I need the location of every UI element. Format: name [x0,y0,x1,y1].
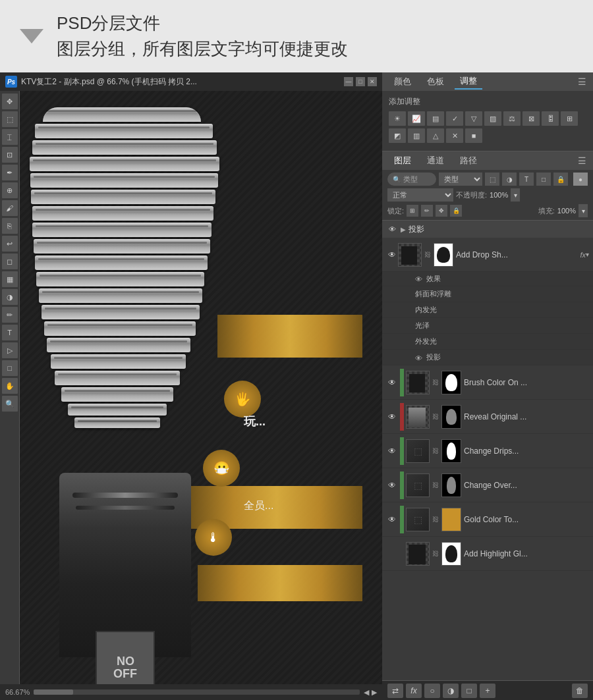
adj-hsl[interactable]: ▨ [484,111,501,126]
tool-brush[interactable]: 🖌 [2,200,18,216]
adj-exposure[interactable]: ✓ [446,111,463,126]
ps-side-tools: ✥ ⬚ ⌶ ⊡ ✒ ⊕ 🖌 ⎘ ↩ ◻ ▦ ◑ ✏ T ▷ □ ✋ 🔍 [0,91,20,684]
tool-dodge[interactable]: ◑ [2,289,18,305]
layer-add-drop-shadow[interactable]: 👁 ⛓ Add Drop Sh... fx ▾ [382,238,593,272]
layer-filter-shape[interactable]: □ [536,173,551,186]
effect-outer-glow[interactable]: 外发光 [382,334,593,350]
fill-value: 100% [557,207,576,215]
layer-vis-drips[interactable]: 👁 [386,445,398,457]
layer-change-drips[interactable]: 👁 ⬚ ⛓ Change Drips... [382,434,593,468]
tool-gradient[interactable]: ▦ [2,271,18,287]
tool-move[interactable]: ✥ [2,94,18,109]
tool-shape[interactable]: □ [2,360,18,376]
layer-filter-adjustment[interactable]: ◑ [502,173,517,186]
effect-drop-shadow-eye[interactable]: 👁 [415,352,422,363]
tool-history[interactable]: ↩ [2,236,18,252]
adj-invert[interactable]: ◩ [389,128,406,143]
adj-photo[interactable]: ⊠ [522,111,540,126]
adj-grid[interactable]: ⊞ [561,111,578,126]
layer-filter-type[interactable]: T [519,173,534,186]
tool-stamp[interactable]: ⎘ [2,218,18,234]
layer-search-box[interactable]: 🔍 类型 [387,173,436,186]
tab-swatches[interactable]: 色板 [422,74,449,89]
scroll-arrow-left[interactable]: ◀ [364,688,369,697]
layer-expand-add-drop[interactable]: ▾ [586,251,589,258]
lock-all-btn[interactable]: 🔒 [450,205,462,217]
adj-gradient-map[interactable]: ✕ [446,128,463,143]
tool-text[interactable]: T [2,325,18,340]
layer-vis-gold[interactable]: 👁 [386,514,398,525]
adj-balance[interactable]: ⚖ [503,111,521,126]
blend-mode-select[interactable]: 正常 [387,188,453,202]
layer-vis-reveal[interactable]: 👁 [386,411,398,423]
layer-filter-smartobj[interactable]: 🔒 [553,173,568,186]
opacity-dropdown[interactable]: ▾ [511,188,520,202]
new-adj-layer-btn[interactable]: ◑ [443,684,459,698]
effects-label-text: 效果 [426,274,441,284]
adjustments-panel-header: 颜色 色板 调整 ☰ [382,72,593,91]
close-button[interactable]: ✕ [368,77,377,86]
tab-adjustments[interactable]: 调整 [455,74,482,90]
tool-path[interactable]: ▷ [2,342,18,358]
effect-inner-glow[interactable]: 内发光 [382,302,593,318]
effect-bevel[interactable]: 斜面和浮雕 [382,286,593,302]
layer-reveal-original[interactable]: 👁 ⛓ Reveal Original ... [382,400,593,434]
minimize-button[interactable]: — [344,77,353,86]
adj-threshold[interactable]: △ [427,128,444,143]
tool-lasso[interactable]: ⌶ [2,129,18,145]
group-toupying[interactable]: 👁 ▶ 投影 [382,221,593,238]
scroll-arrow-right[interactable]: ▶ [372,688,377,697]
tab-paths[interactable]: 路径 [455,153,482,168]
adj-curves[interactable]: 📈 [408,111,425,126]
adj-brightness[interactable]: ☀ [389,111,406,126]
layer-change-over[interactable]: 👁 ⬚ ⛓ Change Over... [382,468,593,502]
link-layers-btn[interactable]: ⇄ [387,684,403,698]
delete-layer-btn[interactable]: 🗑 [572,684,588,698]
add-style-btn[interactable]: fx [406,684,422,698]
tab-layers[interactable]: 图层 [389,153,416,168]
tool-hand[interactable]: ✋ [2,378,18,394]
maximize-button[interactable]: □ [356,77,365,86]
tool-pen[interactable]: ✏ [2,307,18,323]
tool-zoom[interactable]: 🔍 [2,396,18,412]
adj-vibrance[interactable]: ▽ [465,111,482,126]
effect-satin[interactable]: 光泽 [382,318,593,334]
layer-vis-highlight[interactable]: 👁 [386,548,398,560]
lock-position-btn[interactable]: ✏ [421,205,433,217]
layer-add-highlight[interactable]: 👁 ⛓ Add Highlight Gl... [382,537,593,571]
group-expand-arrow[interactable]: ▶ [401,226,406,233]
tab-channels[interactable]: 通道 [422,153,449,168]
effect-drop-shadow[interactable]: 👁 投影 [382,350,593,365]
tool-eyedrop[interactable]: ✒ [2,165,18,180]
layer-gold-color[interactable]: 👁 ⬚ ⛓ Gold Color To... [382,502,593,537]
horizontal-scrollbar[interactable] [34,689,360,695]
ps-window-controls[interactable]: — □ ✕ [344,77,377,86]
effects-eye-icon[interactable]: 👁 [415,275,422,283]
panel-menu-icon[interactable]: ☰ [578,76,586,87]
new-group-btn[interactable]: □ [461,684,477,698]
layer-vis-over[interactable]: 👁 [386,479,398,491]
fill-dropdown[interactable]: ▾ [579,204,588,217]
tool-heal[interactable]: ⊕ [2,182,18,198]
layer-type-dropdown[interactable]: 类型 名称 效果 [439,173,482,186]
new-layer-btn[interactable]: + [480,684,495,698]
tool-select[interactable]: ⬚ [2,111,18,127]
tab-color[interactable]: 颜色 [389,74,416,89]
layer-vis-brush[interactable]: 👁 [386,377,398,389]
adj-channel-mix[interactable]: 🎛 [542,111,559,126]
layers-menu-icon[interactable]: ☰ [578,155,586,166]
layer-filter-pixel[interactable]: ⬚ [485,173,499,186]
lock-move-btn[interactable]: ✥ [436,205,447,217]
adj-solid[interactable]: ■ [465,128,482,143]
tool-eraser[interactable]: ◻ [2,254,18,269]
layer-vis-add-drop[interactable]: 👁 [386,249,398,261]
add-mask-btn[interactable]: ○ [424,684,440,698]
adj-posterize[interactable]: ▥ [408,128,425,143]
lock-pixel-btn[interactable]: ⊞ [407,205,418,217]
layer-filter-toggle[interactable]: ● [573,173,588,186]
layer-brush-color-on[interactable]: 👁 ⛓ Brush Color On ... [382,365,593,400]
tool-crop[interactable]: ⊡ [2,147,18,163]
group-visibility-eye[interactable]: 👁 [386,223,398,235]
scrollbar-thumb[interactable] [34,689,73,695]
adj-levels[interactable]: ▤ [427,111,444,126]
